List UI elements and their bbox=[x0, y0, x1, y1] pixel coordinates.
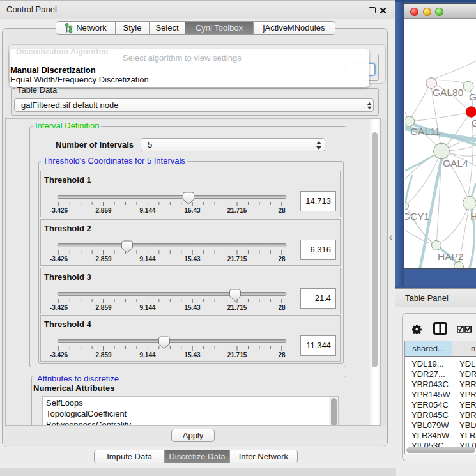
svg-text:GAL80: GAL80 bbox=[433, 87, 464, 98]
svg-text:GAL4: GAL4 bbox=[443, 158, 468, 169]
svg-text:H: H bbox=[470, 211, 476, 222]
svg-text:G: G bbox=[472, 118, 476, 128]
svg-text:G: G bbox=[469, 91, 476, 102]
svg-text:GCY1: GCY1 bbox=[405, 211, 429, 222]
svg-text:GAL11: GAL11 bbox=[410, 126, 440, 137]
svg-text:HAP2: HAP2 bbox=[438, 251, 464, 262]
